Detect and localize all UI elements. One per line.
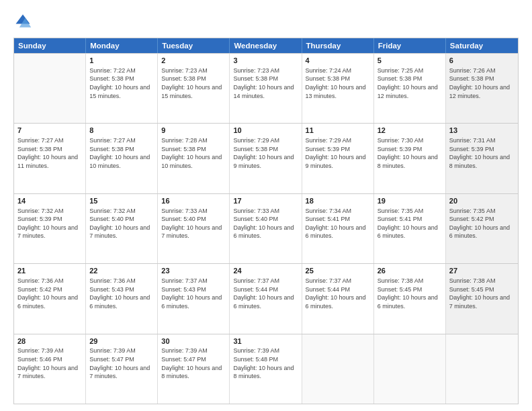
day-info: Sunrise: 7:39 AM Sunset: 5:46 PM Dayligh… [17, 347, 82, 380]
day-info: Sunrise: 7:29 AM Sunset: 5:38 PM Dayligh… [233, 136, 298, 170]
cal-week-1: 1Sunrise: 7:22 AM Sunset: 5:38 PM Daylig… [14, 53, 518, 123]
cal-cell-1-1 [14, 54, 86, 123]
cal-cell-5-3: 30Sunrise: 7:39 AM Sunset: 5:47 PM Dayli… [158, 334, 230, 404]
cal-cell-1-7: 6Sunrise: 7:26 AM Sunset: 5:38 PM Daylig… [446, 54, 518, 123]
cal-cell-2-2: 8Sunrise: 7:27 AM Sunset: 5:38 PM Daylig… [86, 124, 158, 193]
cal-cell-3-5: 18Sunrise: 7:34 AM Sunset: 5:41 PM Dayli… [302, 194, 374, 263]
day-number: 14 [17, 196, 82, 206]
day-number: 29 [89, 336, 154, 347]
cal-cell-4-1: 21Sunrise: 7:36 AM Sunset: 5:42 PM Dayli… [14, 264, 86, 333]
cal-cell-5-2: 29Sunrise: 7:39 AM Sunset: 5:47 PM Dayli… [86, 334, 158, 404]
day-number: 3 [233, 56, 298, 66]
cal-cell-2-7: 13Sunrise: 7:31 AM Sunset: 5:39 PM Dayli… [446, 124, 518, 193]
cal-header-monday: Monday [86, 38, 158, 53]
cal-cell-3-7: 20Sunrise: 7:35 AM Sunset: 5:42 PM Dayli… [446, 194, 518, 263]
day-info: Sunrise: 7:37 AM Sunset: 5:44 PM Dayligh… [306, 277, 370, 310]
day-info: Sunrise: 7:32 AM Sunset: 5:40 PM Dayligh… [89, 207, 154, 240]
cal-cell-5-5 [302, 334, 374, 404]
day-info: Sunrise: 7:34 AM Sunset: 5:41 PM Dayligh… [306, 207, 370, 240]
cal-cell-2-5: 11Sunrise: 7:29 AM Sunset: 5:39 PM Dayli… [302, 124, 374, 193]
day-info: Sunrise: 7:30 AM Sunset: 5:39 PM Dayligh… [378, 136, 442, 170]
cal-cell-4-5: 25Sunrise: 7:37 AM Sunset: 5:44 PM Dayli… [302, 264, 374, 333]
cal-header-thursday: Thursday [302, 38, 374, 53]
cal-cell-1-3: 2Sunrise: 7:23 AM Sunset: 5:38 PM Daylig… [158, 54, 230, 123]
cal-cell-2-4: 10Sunrise: 7:29 AM Sunset: 5:38 PM Dayli… [230, 124, 302, 193]
cal-cell-5-1: 28Sunrise: 7:39 AM Sunset: 5:46 PM Dayli… [14, 334, 86, 404]
day-number: 12 [378, 126, 442, 136]
day-info: Sunrise: 7:33 AM Sunset: 5:40 PM Dayligh… [161, 207, 226, 240]
day-number: 26 [378, 266, 442, 276]
day-info: Sunrise: 7:36 AM Sunset: 5:43 PM Dayligh… [89, 277, 154, 310]
cal-cell-3-3: 16Sunrise: 7:33 AM Sunset: 5:40 PM Dayli… [158, 194, 230, 263]
day-info: Sunrise: 7:38 AM Sunset: 5:45 PM Dayligh… [378, 277, 442, 310]
cal-cell-2-3: 9Sunrise: 7:28 AM Sunset: 5:38 PM Daylig… [158, 124, 230, 193]
cal-cell-5-4: 31Sunrise: 7:39 AM Sunset: 5:48 PM Dayli… [230, 334, 302, 404]
cal-cell-5-6 [374, 334, 446, 404]
cal-cell-3-4: 17Sunrise: 7:33 AM Sunset: 5:40 PM Dayli… [230, 194, 302, 263]
day-number: 24 [233, 266, 298, 276]
cal-header-wednesday: Wednesday [230, 38, 302, 53]
cal-header-sunday: Sunday [14, 38, 86, 53]
day-number: 23 [161, 266, 226, 276]
cal-header-friday: Friday [374, 38, 446, 53]
day-info: Sunrise: 7:27 AM Sunset: 5:38 PM Dayligh… [89, 136, 154, 170]
day-info: Sunrise: 7:33 AM Sunset: 5:40 PM Dayligh… [233, 207, 298, 240]
day-number: 22 [89, 266, 154, 276]
day-number: 4 [306, 56, 370, 66]
day-number: 16 [161, 196, 226, 206]
cal-week-2: 7Sunrise: 7:27 AM Sunset: 5:38 PM Daylig… [14, 123, 518, 193]
cal-cell-4-4: 24Sunrise: 7:37 AM Sunset: 5:44 PM Dayli… [230, 264, 302, 333]
day-info: Sunrise: 7:25 AM Sunset: 5:38 PM Dayligh… [378, 66, 442, 100]
cal-cell-4-6: 26Sunrise: 7:38 AM Sunset: 5:45 PM Dayli… [374, 264, 446, 333]
day-info: Sunrise: 7:31 AM Sunset: 5:39 PM Dayligh… [449, 136, 515, 170]
cal-cell-4-7: 27Sunrise: 7:38 AM Sunset: 5:45 PM Dayli… [446, 264, 518, 333]
cal-cell-4-3: 23Sunrise: 7:37 AM Sunset: 5:43 PM Dayli… [158, 264, 230, 333]
day-number: 19 [378, 196, 442, 206]
day-info: Sunrise: 7:26 AM Sunset: 5:38 PM Dayligh… [449, 66, 515, 100]
day-info: Sunrise: 7:24 AM Sunset: 5:38 PM Dayligh… [306, 66, 370, 100]
cal-cell-1-2: 1Sunrise: 7:22 AM Sunset: 5:38 PM Daylig… [86, 54, 158, 123]
cal-cell-3-2: 15Sunrise: 7:32 AM Sunset: 5:40 PM Dayli… [86, 194, 158, 263]
day-number: 9 [161, 126, 226, 136]
page: SundayMondayTuesdayWednesdayThursdayFrid… [0, 0, 532, 411]
cal-cell-3-1: 14Sunrise: 7:32 AM Sunset: 5:39 PM Dayli… [14, 194, 86, 263]
cal-cell-4-2: 22Sunrise: 7:36 AM Sunset: 5:43 PM Dayli… [86, 264, 158, 333]
day-info: Sunrise: 7:39 AM Sunset: 5:48 PM Dayligh… [233, 347, 298, 380]
cal-week-3: 14Sunrise: 7:32 AM Sunset: 5:39 PM Dayli… [14, 193, 518, 263]
header [13, 12, 519, 31]
day-number: 28 [17, 336, 82, 347]
day-number: 7 [17, 126, 82, 136]
day-number: 11 [306, 126, 370, 136]
cal-week-5: 28Sunrise: 7:39 AM Sunset: 5:46 PM Dayli… [14, 334, 518, 404]
day-number: 21 [17, 266, 82, 276]
day-info: Sunrise: 7:28 AM Sunset: 5:38 PM Dayligh… [161, 136, 226, 170]
cal-header-tuesday: Tuesday [158, 38, 230, 53]
day-number: 2 [161, 56, 226, 66]
cal-cell-1-5: 4Sunrise: 7:24 AM Sunset: 5:38 PM Daylig… [302, 54, 374, 123]
day-number: 27 [449, 266, 515, 276]
day-info: Sunrise: 7:32 AM Sunset: 5:39 PM Dayligh… [17, 207, 82, 240]
day-info: Sunrise: 7:22 AM Sunset: 5:38 PM Dayligh… [89, 66, 154, 100]
day-number: 8 [89, 126, 154, 136]
cal-cell-2-1: 7Sunrise: 7:27 AM Sunset: 5:38 PM Daylig… [14, 124, 86, 193]
day-info: Sunrise: 7:23 AM Sunset: 5:38 PM Dayligh… [161, 66, 226, 100]
logo [13, 12, 35, 31]
day-number: 10 [233, 126, 298, 136]
day-info: Sunrise: 7:27 AM Sunset: 5:38 PM Dayligh… [17, 136, 82, 170]
day-number: 20 [449, 196, 515, 206]
cal-cell-2-6: 12Sunrise: 7:30 AM Sunset: 5:39 PM Dayli… [374, 124, 446, 193]
day-number: 17 [233, 196, 298, 206]
day-info: Sunrise: 7:23 AM Sunset: 5:38 PM Dayligh… [233, 66, 298, 100]
logo-icon [13, 12, 32, 31]
day-number: 1 [89, 56, 154, 66]
day-info: Sunrise: 7:37 AM Sunset: 5:43 PM Dayligh… [161, 277, 226, 310]
day-number: 31 [233, 336, 298, 347]
day-info: Sunrise: 7:39 AM Sunset: 5:47 PM Dayligh… [161, 347, 226, 380]
day-info: Sunrise: 7:35 AM Sunset: 5:41 PM Dayligh… [378, 207, 442, 240]
day-number: 25 [306, 266, 370, 276]
cal-cell-1-4: 3Sunrise: 7:23 AM Sunset: 5:38 PM Daylig… [230, 54, 302, 123]
calendar-body: 1Sunrise: 7:22 AM Sunset: 5:38 PM Daylig… [14, 53, 518, 404]
cal-cell-1-6: 5Sunrise: 7:25 AM Sunset: 5:38 PM Daylig… [374, 54, 446, 123]
day-number: 18 [306, 196, 370, 206]
cal-week-4: 21Sunrise: 7:36 AM Sunset: 5:42 PM Dayli… [14, 263, 518, 333]
